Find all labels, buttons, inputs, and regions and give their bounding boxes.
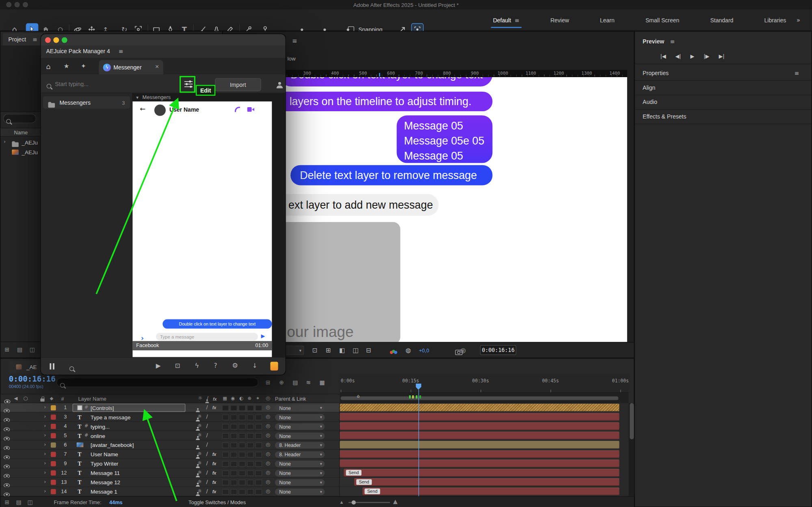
color-management-icon[interactable]	[390, 350, 397, 355]
region-of-interest-icon[interactable]: ⊡	[312, 347, 318, 353]
layer-fx-badge[interactable]: fx	[212, 489, 217, 494]
timeline-view-icon-3[interactable]: ▤	[292, 380, 298, 386]
layer-switch-cell[interactable]	[256, 442, 262, 448]
audio-column-icon[interactable]: ◀	[14, 397, 17, 401]
layer-switch-cell[interactable]	[222, 442, 229, 448]
parent-link-dropdown[interactable]: 8. Header▾	[275, 442, 325, 449]
layer-quality-switch[interactable]: /	[206, 433, 208, 438]
layer-marker-send[interactable]: Send	[365, 488, 380, 494]
item-expand-arrow[interactable]: ›	[4, 139, 6, 145]
scrollbar-thumb[interactable]	[630, 403, 634, 439]
layer-switch-cell[interactable]	[230, 479, 237, 485]
layer-switch-cell[interactable]	[222, 433, 229, 438]
import-button[interactable]: Import	[215, 78, 261, 91]
parent-link-dropdown[interactable]: None▾	[275, 470, 325, 477]
layer-switch-cell[interactable]	[230, 461, 237, 466]
layer-marker-send[interactable]: Send	[356, 479, 372, 485]
layer-name[interactable]: Message 11	[91, 470, 120, 476]
parent-pickwhip-icon[interactable]: ◎	[266, 451, 270, 457]
layer-switch-cell[interactable]	[230, 470, 237, 476]
quality-column-icon[interactable]: /	[207, 396, 208, 401]
layer-row-13[interactable]: ›13TMessage 12☼/fx◎None▾	[0, 478, 339, 487]
comp-marker[interactable]: ⌂	[357, 394, 359, 398]
layer-row-12[interactable]: ›12TMessage 11☼/fx◎None▾	[0, 468, 339, 478]
layer-duration-bar[interactable]	[340, 441, 619, 449]
tab-messenger[interactable]: ϟ Messenger ×	[99, 60, 163, 75]
layer-switch-cell[interactable]	[239, 442, 246, 448]
layer-row-7[interactable]: ›7TUser Name☼/fx◎8. Header▾	[0, 450, 339, 459]
tab-close-icon[interactable]: ×	[155, 64, 159, 69]
layer-expand-arrow[interactable]: ›	[44, 470, 46, 475]
new-folder-icon[interactable]: ▤	[17, 347, 22, 352]
zoom-in-icon[interactable]: ▲	[393, 499, 398, 505]
parent-link-dropdown[interactable]: None▾	[275, 404, 325, 411]
show-snapshot-icon[interactable]: ◎	[460, 347, 466, 353]
layer-switch-cell[interactable]	[247, 442, 254, 448]
layer-switch-cell[interactable]	[256, 414, 262, 420]
layer-quality-switch[interactable]: /	[206, 461, 208, 466]
timeline-search[interactable]	[56, 378, 258, 387]
layer-duration-bar[interactable]	[340, 431, 619, 439]
mask-toggle-icon[interactable]: ◧	[339, 347, 345, 353]
parent-pickwhip-icon[interactable]: ◎	[266, 433, 270, 438]
layer-switch-cell[interactable]	[247, 451, 254, 457]
work-area-strip[interactable]: ⌂	[340, 393, 628, 403]
solo-column-icon[interactable]: ○	[23, 396, 28, 401]
layer-name[interactable]: User Name	[91, 451, 118, 457]
layer-switch-cell[interactable]	[247, 433, 254, 438]
layer-name[interactable]: online	[91, 433, 105, 439]
collapse-column-icon[interactable]: ☼	[198, 396, 202, 401]
help-icon[interactable]: ?	[214, 363, 217, 369]
workspace-overflow-chevron[interactable]: »	[797, 17, 800, 23]
view-layout-icon[interactable]: ⊟	[366, 347, 371, 353]
parent-link-dropdown[interactable]: None▾	[275, 423, 325, 430]
workspace-tab-libraries[interactable]: Libraries	[764, 15, 786, 25]
expand-render-icon[interactable]: ▤	[16, 499, 22, 505]
layer-quality-switch[interactable]: /	[206, 442, 208, 447]
layer-switch-cell[interactable]	[222, 470, 229, 476]
transparency-grid-icon[interactable]: ⊞	[326, 347, 331, 353]
layer-quality-switch[interactable]: /	[206, 488, 208, 494]
layer-expand-arrow[interactable]: ›	[44, 414, 46, 419]
layer-duration-bar[interactable]	[340, 460, 619, 467]
fit-preview-icon[interactable]: ⊡	[175, 363, 180, 369]
layer-switch-cell[interactable]	[256, 461, 262, 466]
layer-rasterize-switch[interactable]: ☼	[197, 461, 202, 466]
layer-quality-switch[interactable]: /	[206, 470, 208, 475]
layer-switch-cell[interactable]	[239, 451, 246, 457]
layer-rasterize-switch[interactable]: ☼	[197, 423, 202, 429]
layer-rasterize-switch[interactable]: ☼	[197, 470, 202, 475]
quick-apply-icon[interactable]: ϟ	[195, 362, 199, 369]
layer-duration-bar[interactable]	[354, 478, 619, 486]
layer-rasterize-switch[interactable]: ☼	[197, 433, 202, 438]
timeline-view-icon-4[interactable]: ≋	[306, 380, 311, 386]
layer-row-1[interactable]: ›1#[Controls]/fx◎None▾	[0, 403, 339, 412]
layer-switch-cell[interactable]	[230, 423, 237, 429]
workspace-tab-learn[interactable]: Learn	[600, 15, 615, 25]
aejuice-menu-icon[interactable]: ≡	[119, 49, 123, 54]
audio-panel-header[interactable]: Audio	[643, 99, 657, 105]
label-column-icon[interactable]: ◆	[50, 397, 53, 401]
effects-presets-panel-header[interactable]: Effects & Presets	[643, 113, 686, 119]
viewport-timecode[interactable]: 0:00:16:16	[480, 345, 516, 355]
layer-expand-arrow[interactable]: ›	[44, 423, 46, 429]
project-item-name[interactable]: _AEJu	[22, 139, 38, 145]
workspace-tab-review[interactable]: Review	[550, 15, 569, 25]
preview-group-chevron-icon[interactable]: ▾	[136, 95, 139, 100]
tab-favorites-icon[interactable]: ★	[64, 63, 69, 69]
layer-switch-cell[interactable]	[256, 423, 262, 429]
download-icon[interactable]: ↓	[252, 363, 258, 369]
transport-button-1[interactable]: ◀|	[676, 54, 681, 59]
open-in-player-icon[interactable]: ▶	[156, 363, 161, 369]
panel-menu-icon[interactable]: ≡	[670, 39, 675, 45]
layer-fx-badge[interactable]: fx	[212, 470, 217, 476]
layer-rasterize-switch[interactable]: ☼	[197, 451, 202, 457]
layer-shy-switch[interactable]	[196, 408, 200, 412]
layer-switch-cell[interactable]	[247, 461, 254, 466]
filter-sliders-icon[interactable]	[184, 80, 193, 88]
time-ruler[interactable]: 0:00s00:15s00:30s00:45s01:00s	[340, 374, 628, 393]
layer-switch-cell[interactable]	[256, 470, 262, 476]
layer-marker-send[interactable]: Send	[346, 470, 362, 476]
layer-fx-badge[interactable]: fx	[212, 452, 217, 457]
workspace-tab-small-screen[interactable]: Small Screen	[645, 15, 679, 25]
